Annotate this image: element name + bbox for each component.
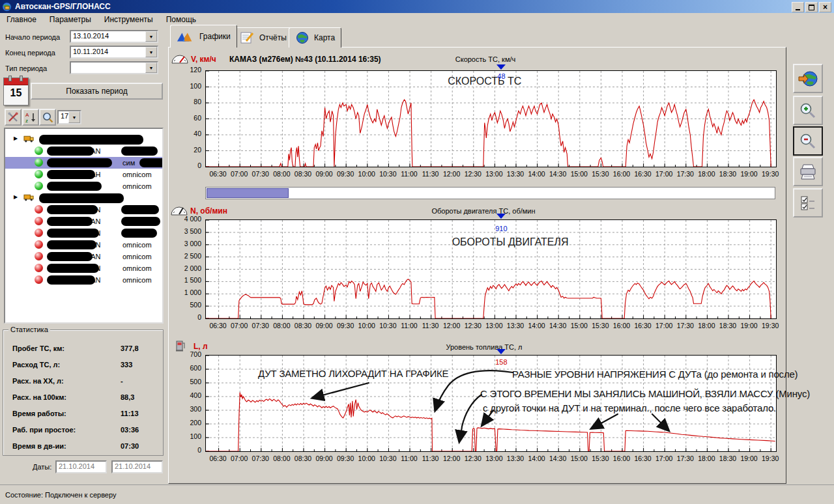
zoom-out-icon xyxy=(799,132,817,150)
sort-button[interactable]: Az xyxy=(22,109,39,126)
chart-annotation: РАЗНЫЕ УРОВНИ НАПРЯЖЕНИЯ С ДУТа (до ремо… xyxy=(512,369,798,380)
settings-tools-button[interactable] xyxy=(5,109,22,126)
terminal-redacted xyxy=(121,205,159,214)
chevron-down-icon[interactable]: ▼ xyxy=(68,111,80,123)
vehicle-row[interactable]: МАНomnicom xyxy=(5,169,162,180)
menu-help[interactable]: Помощь xyxy=(160,14,203,25)
cursor-marker-value: 158 xyxy=(490,358,512,366)
vehicle-tree[interactable]: ▶MANКАМАЗсимМАНomnicomМАНomnicom▶MANMANM… xyxy=(4,128,164,324)
y-tick-label: 1 500 xyxy=(171,276,201,284)
vehicle-row[interactable]: MAN xyxy=(5,216,162,227)
vehicle-row[interactable]: MANomnicom xyxy=(5,251,162,262)
y-tick-label: 600 xyxy=(171,364,201,372)
vehicle-row[interactable]: MAN xyxy=(5,145,162,157)
y-tick-label: 3 500 xyxy=(171,227,201,235)
app-window: Автоскан-GPS/ГЛОНАСС × Главное Параметры… xyxy=(0,0,834,504)
y-tick-label: 80 xyxy=(171,98,201,105)
show-period-label: Показать период xyxy=(66,87,127,96)
vehicle-row[interactable]: MAN xyxy=(5,227,162,239)
date-from-field[interactable]: 21.10.2014 xyxy=(55,460,107,473)
cursor-marker-icon xyxy=(496,64,506,70)
y-tick-label: 60 xyxy=(171,114,201,122)
y-tick-label: 20 xyxy=(171,146,201,154)
zoom-in-button[interactable] xyxy=(793,96,823,125)
vehicle-model: MAN xyxy=(85,264,100,272)
minimize-button[interactable] xyxy=(792,2,804,12)
titlebar: Автоскан-GPS/ГЛОНАСС × xyxy=(0,0,834,13)
status-green-icon xyxy=(35,147,43,155)
y-tick-label: 120 xyxy=(171,66,201,74)
vehicle-group-row[interactable]: ▶ xyxy=(5,133,162,145)
restore-button[interactable] xyxy=(805,2,818,12)
search-button[interactable] xyxy=(39,109,56,126)
vehicle-row[interactable]: MAN xyxy=(5,204,162,216)
chevron-down-icon[interactable]: ▼ xyxy=(145,31,157,42)
y-tick-label: 2 000 xyxy=(171,264,201,272)
y-tick-label: 3 000 xyxy=(171,240,201,247)
tab-reports[interactable]: Отчёты xyxy=(233,27,293,48)
stat-row: Раб. при простое:03:36 xyxy=(12,422,158,438)
speedometer-icon xyxy=(171,53,188,65)
y-tick-label: 0 xyxy=(171,161,201,169)
print-button[interactable] xyxy=(793,157,823,186)
vehicle-row[interactable]: КАМАЗсим xyxy=(5,157,162,169)
legend-options-button[interactable] xyxy=(793,188,823,217)
zoom-out-button[interactable] xyxy=(793,126,823,156)
stat-value: - xyxy=(121,377,123,385)
close-button[interactable]: × xyxy=(819,2,831,12)
chart-annotation: ДУТ ЗАМЕТНО ЛИХОРАДИТ НА ГРАФИКЕ xyxy=(258,368,448,379)
y-tick-label: 40 xyxy=(171,130,201,137)
globe-icon xyxy=(295,31,309,44)
stat-row: Расход ТС, л:333 xyxy=(12,357,158,373)
y-tick-label: 700 xyxy=(171,350,201,358)
expand-arrow-icon[interactable]: ▶ xyxy=(14,135,18,141)
statistics-panel: Статистика Пробег ТС, км:377,8 Расход ТС… xyxy=(3,329,164,456)
tab-graphs[interactable]: Графики xyxy=(170,25,237,48)
date-to-field[interactable]: 21.10.2014 xyxy=(111,460,163,473)
chevron-down-icon[interactable]: ▼ xyxy=(145,63,157,73)
period-end-combo[interactable]: 10.11.2014 ▼ xyxy=(70,46,158,59)
dates-label: Даты: xyxy=(33,463,51,471)
vehicle-row[interactable]: MANomnicom xyxy=(5,262,162,274)
expand-arrow-icon[interactable]: ▶ xyxy=(14,194,18,200)
svg-text:z: z xyxy=(25,118,28,123)
chevron-down-icon[interactable]: ▼ xyxy=(145,47,157,57)
zoom-in-icon xyxy=(799,102,817,120)
period-type-label: Тип периода xyxy=(5,64,47,72)
period-type-combo[interactable]: ▼ xyxy=(70,61,158,74)
rpm-axis-title: Обороты двигателя ТС, об/мин xyxy=(412,207,555,215)
terminal-redacted xyxy=(121,229,157,238)
period-start-combo[interactable]: 13.10.2014 ▼ xyxy=(70,30,158,43)
stat-label: Расход ТС, л: xyxy=(12,361,60,369)
group-name-redacted xyxy=(39,193,124,203)
vehicle-group-row[interactable]: ▶ xyxy=(5,192,162,204)
scrollbar-thumb[interactable] xyxy=(207,188,289,198)
stat-value: 377,8 xyxy=(121,344,139,352)
tree-zoom-select[interactable]: 17 ▼ xyxy=(57,110,81,124)
stat-label: Раб. при простое: xyxy=(12,426,76,434)
truck-icon xyxy=(23,193,35,203)
vehicle-terminal: omnicom xyxy=(122,276,152,284)
menu-tools[interactable]: Инструменты xyxy=(98,14,160,25)
show-period-button[interactable]: Показать период xyxy=(31,83,163,100)
stat-value: 07:30 xyxy=(121,442,139,450)
report-icon xyxy=(239,31,255,44)
terminal-redacted xyxy=(121,217,160,226)
menu-parameters[interactable]: Параметры xyxy=(43,14,98,25)
tab-map[interactable]: Карта xyxy=(289,27,341,48)
vehicle-row[interactable]: МАНomnicom xyxy=(5,180,162,192)
vehicle-model: МАН xyxy=(85,182,100,190)
show-on-map-button[interactable] xyxy=(793,64,823,93)
vehicle-row[interactable]: MANomnicom xyxy=(5,274,162,286)
status-bar: Состояние: Подключен к серверу xyxy=(0,484,834,504)
fuel-axis-title: Уровень топлива ТС, л xyxy=(412,343,556,351)
rpm-chart[interactable] xyxy=(205,219,777,319)
chart-range-scrollbar[interactable] xyxy=(205,187,775,199)
globe-arrow-icon xyxy=(798,70,818,88)
stat-value: 88,3 xyxy=(121,393,134,401)
tab-reports-label: Отчёты xyxy=(259,33,287,42)
status-red-icon xyxy=(35,252,43,260)
menu-main[interactable]: Главное xyxy=(0,14,43,25)
chart-icon xyxy=(177,30,195,43)
vehicle-row[interactable]: MANomnicom xyxy=(5,239,162,251)
